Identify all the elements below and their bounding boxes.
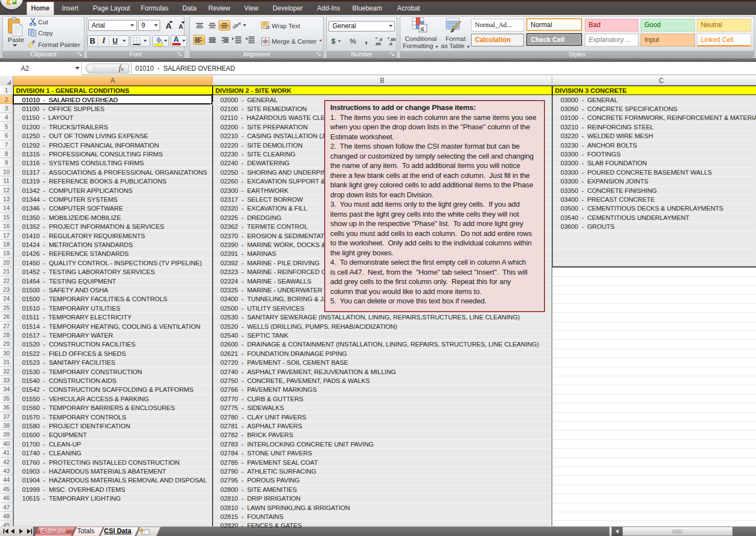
svg-text:.00: .00 [375,41,380,46]
svg-text:.0: .0 [389,41,392,46]
svg-text:ab: ab [232,22,239,30]
svg-text:≤: ≤ [421,25,424,32]
